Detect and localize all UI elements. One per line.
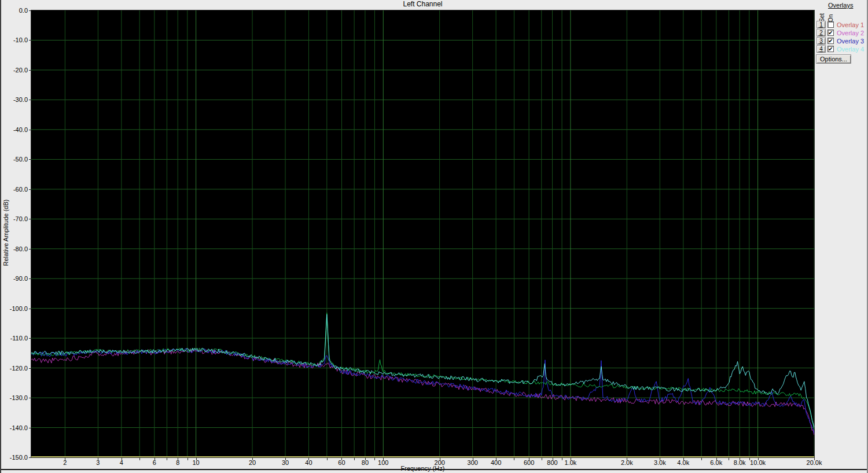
x-tick-mark (167, 458, 167, 460)
x-tick-mark (729, 458, 729, 460)
overlay-row-3: 3 ✔ Overlay 3 (816, 37, 864, 45)
y-tick-mark (29, 219, 31, 219)
column-header-on: On (827, 7, 834, 22)
y-tick-mark (29, 428, 31, 428)
y-tick-label: -120.0 (2, 365, 28, 372)
y-tick-label: -140.0 (2, 424, 28, 431)
x-tick-mark (139, 458, 140, 460)
y-tick-mark (29, 278, 31, 279)
x-tick-mark (514, 458, 514, 460)
y-tick-mark (29, 70, 31, 71)
trace-unlabeled-green-trace (31, 313, 814, 429)
y-tick-label: -80.0 (2, 245, 28, 252)
app-window: Left Channel Relative Amplitude (dB) 0.0… (0, 0, 868, 473)
options-button[interactable]: Options... (816, 54, 851, 64)
y-tick-label: 0.0 (2, 7, 28, 14)
trace-overlay-3 (31, 349, 814, 434)
overlay-row-4: 4 ✔ Overlay 4 (816, 45, 864, 53)
overlay-4-set-button[interactable]: 4 (816, 45, 826, 53)
y-tick-label: -40.0 (2, 126, 28, 133)
y-tick-mark (29, 10, 31, 11)
overlay-3-set-button[interactable]: 3 (816, 37, 826, 45)
y-tick-label: -50.0 (2, 156, 28, 163)
overlay-row-1: 1 Overlay 1 (816, 21, 864, 28)
y-tick-mark (29, 249, 31, 250)
y-tick-label: -20.0 (2, 67, 28, 74)
y-tick-label: -70.0 (2, 215, 28, 222)
y-tick-label: -30.0 (2, 96, 28, 103)
y-tick-mark (29, 309, 31, 309)
x-tick-mark (327, 458, 328, 460)
overlay-1-on-checkbox[interactable] (827, 21, 834, 28)
trace-overlay-2 (31, 349, 814, 435)
x-tick-mark (374, 458, 375, 460)
y-tick-mark (29, 159, 31, 160)
x-tick-mark (562, 458, 562, 460)
trace-overlay-4 (31, 314, 814, 428)
x-tick-mark (187, 458, 188, 460)
bottom-divider (1, 469, 868, 470)
y-tick-mark (29, 100, 31, 100)
overlay-2-set-button[interactable]: 2 (816, 29, 826, 36)
overlay-4-label: Overlay 4 (837, 46, 864, 53)
y-tick-label: -60.0 (2, 186, 28, 193)
y-tick-mark (29, 457, 31, 458)
y-tick-label: -10.0 (2, 36, 28, 43)
chart-title: Left Channel (31, 0, 814, 9)
overlay-2-label: Overlay 2 (837, 30, 864, 36)
y-tick-label: -110.0 (2, 335, 28, 342)
x-tick-mark (542, 458, 542, 460)
overlay-3-on-checkbox[interactable]: ✔ (827, 38, 834, 44)
y-tick-label: -150.0 (2, 454, 28, 461)
y-tick-mark (29, 189, 31, 190)
y-tick-mark (29, 130, 31, 130)
overlay-row-2: 2 ✔ Overlay 2 (816, 29, 864, 36)
y-tick-mark (29, 368, 31, 369)
overlay-4-on-checkbox[interactable]: ✔ (827, 46, 834, 52)
y-tick-mark (29, 40, 31, 41)
column-header-set: Set (818, 7, 826, 22)
overlay-3-label: Overlay 3 (837, 38, 864, 45)
y-tick-label: -100.0 (2, 305, 28, 312)
y-tick-label: -90.0 (2, 275, 28, 282)
y-axis-label: Relative Amplitude (dB) (2, 186, 9, 279)
x-tick-mark (354, 458, 355, 460)
overlay-1-label: Overlay 1 (837, 21, 864, 28)
y-tick-label: -130.0 (2, 394, 28, 401)
spectrum-plot[interactable] (31, 10, 814, 457)
y-tick-mark (29, 338, 31, 339)
x-tick-mark (701, 458, 702, 460)
y-tick-mark (29, 398, 31, 398)
overlay-2-on-checkbox[interactable]: ✔ (827, 30, 834, 36)
overlay-1-set-button[interactable]: 1 (816, 21, 826, 28)
x-axis-label: Frequency (Hz) (31, 465, 814, 472)
